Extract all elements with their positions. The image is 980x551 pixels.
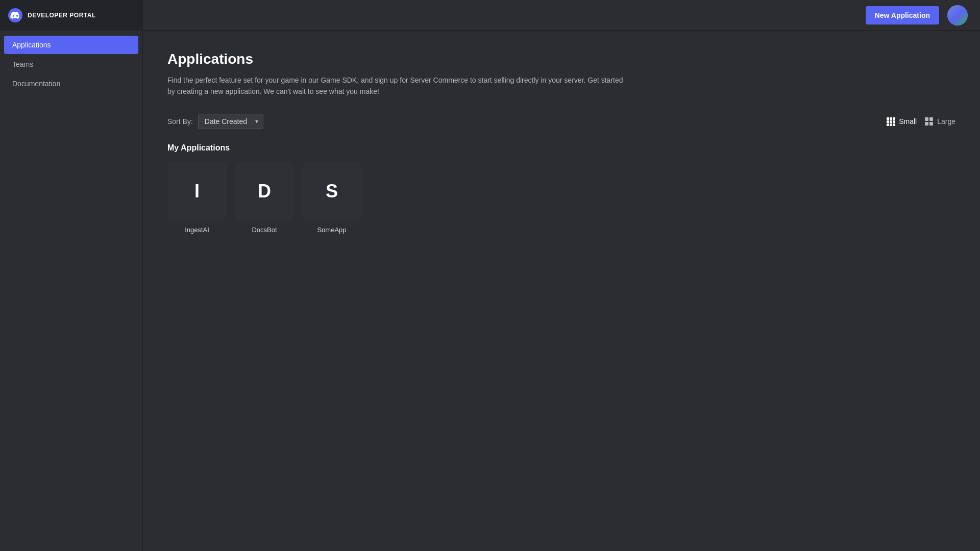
sidebar-header: DEVELOPER PORTAL [0,0,142,31]
avatar[interactable] [947,5,968,26]
sort-by-label: Sort By: [167,117,193,126]
svg-rect-11 [929,117,933,121]
page-title: Applications [167,51,955,67]
discord-logo-icon [8,8,22,22]
sidebar-item-documentation[interactable]: Documentation [4,74,138,93]
app-icon-docsbot: D [235,162,294,221]
app-icon-ingest-ai: I [167,162,227,221]
svg-rect-8 [890,123,892,126]
avatar-image [947,5,968,26]
page-description: Find the perfect feature set for your ga… [167,74,627,97]
app-card-ingest-ai[interactable]: I IngestAI [167,162,227,234]
svg-rect-3 [893,117,895,120]
sidebar: DEVELOPER PORTAL Applications Teams Docu… [0,0,143,551]
view-small-label: Small [899,117,917,126]
svg-rect-12 [925,122,928,126]
new-application-button[interactable]: New Application [866,6,939,24]
svg-rect-6 [893,120,895,123]
view-small-button[interactable]: Small [886,116,917,127]
view-large-label: Large [937,117,955,126]
controls-bar: Sort By: Date Created [167,114,955,129]
svg-rect-1 [887,117,889,120]
app-card-docsbot[interactable]: D DocsBot [235,162,294,234]
view-large-button[interactable]: Large [924,116,955,127]
my-applications-title: My Applications [167,143,955,153]
app-icon-someapp: S [302,162,361,221]
svg-rect-4 [887,120,889,123]
app-name-docsbot: DocsBot [252,226,277,234]
sort-select[interactable]: Date Created [198,114,263,129]
small-grid-icon [886,116,896,127]
app-name-someapp: SomeApp [317,226,346,234]
svg-rect-9 [893,123,895,126]
view-group: Small Large [886,116,955,127]
sidebar-item-teams[interactable]: Teams [4,55,138,73]
svg-rect-7 [887,123,889,126]
svg-rect-2 [890,117,892,120]
sort-select-wrapper: Date Created [198,114,263,129]
sidebar-brand: DEVELOPER PORTAL [28,12,96,19]
large-grid-icon [924,116,934,127]
topbar: New Application [143,0,980,31]
sidebar-nav: Applications Teams Documentation [0,31,142,98]
sidebar-item-applications[interactable]: Applications [4,36,138,54]
main-area: New Application Applications Find the pe… [143,0,980,551]
apps-grid: I IngestAI D DocsBot S SomeApp [167,162,955,234]
svg-rect-13 [929,122,933,126]
svg-rect-5 [890,120,892,123]
svg-rect-10 [925,117,928,121]
app-card-someapp[interactable]: S SomeApp [302,162,361,234]
content-area: Applications Find the perfect feature se… [143,31,980,551]
app-name-ingest-ai: IngestAI [185,226,209,234]
sort-group: Sort By: Date Created [167,114,263,129]
